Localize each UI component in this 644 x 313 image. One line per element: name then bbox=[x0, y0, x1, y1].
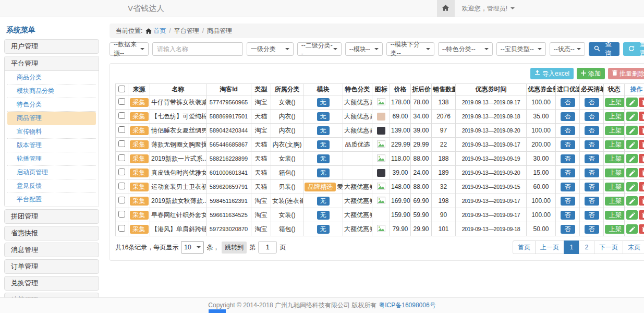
import-select-toggle[interactable]: 否 bbox=[561, 112, 575, 121]
page-button[interactable]: 2 bbox=[579, 240, 594, 254]
breadcrumb-item-platform[interactable]: 平台管理 bbox=[174, 27, 199, 35]
jump-button[interactable]: 跳转到 bbox=[222, 242, 247, 254]
status-badge[interactable]: 上架 bbox=[605, 112, 625, 121]
breadcrumb-home-link[interactable]: 首页 bbox=[145, 27, 166, 35]
import-select-toggle[interactable]: 否 bbox=[561, 154, 575, 163]
edit-button[interactable] bbox=[626, 224, 638, 234]
sidebar-sub-item[interactable]: 商品分类 bbox=[7, 71, 96, 85]
edit-button[interactable] bbox=[626, 182, 638, 191]
edit-button[interactable] bbox=[626, 196, 638, 206]
sidebar-group-platform[interactable]: 平台管理 bbox=[5, 56, 99, 71]
sidebar-group[interactable]: 兑换管理 bbox=[4, 276, 99, 291]
filter-select[interactable]: --数据来源-- bbox=[110, 42, 149, 56]
status-badge[interactable]: 上架 bbox=[605, 211, 625, 220]
must-buy-toggle[interactable]: 否 bbox=[585, 168, 599, 177]
icp-link[interactable]: 粤ICP备16098006号 bbox=[379, 301, 435, 310]
page-button[interactable]: 下一页 bbox=[594, 240, 623, 254]
sidebar-group-users[interactable]: 用户管理 bbox=[4, 39, 99, 54]
sidebar-sub-item[interactable]: 启动页管理 bbox=[7, 166, 96, 179]
jump-page-input[interactable] bbox=[258, 241, 277, 254]
import-select-toggle[interactable]: 否 bbox=[561, 140, 575, 149]
edit-button[interactable] bbox=[626, 126, 638, 135]
sidebar-sub-item[interactable]: 特色分类 bbox=[7, 98, 96, 112]
status-badge[interactable]: 上架 bbox=[605, 225, 625, 234]
must-buy-toggle[interactable]: 否 bbox=[585, 197, 599, 206]
status-badge[interactable]: 上架 bbox=[605, 168, 625, 177]
import-excel-button[interactable]: 导入excel bbox=[530, 68, 574, 79]
import-select-toggle[interactable]: 否 bbox=[561, 225, 575, 234]
sidebar-sub-item[interactable]: 模块商品分类 bbox=[7, 85, 96, 98]
import-select-toggle[interactable]: 否 bbox=[561, 98, 575, 107]
row-checkbox[interactable] bbox=[118, 183, 125, 189]
sidebar-sub-item[interactable]: 商品管理 bbox=[7, 112, 96, 125]
row-checkbox[interactable] bbox=[118, 168, 125, 175]
filter-select[interactable]: --二级分类-- bbox=[297, 42, 342, 56]
row-checkbox[interactable] bbox=[118, 112, 125, 119]
delete-button[interactable] bbox=[639, 182, 644, 191]
page-button[interactable]: 末页 bbox=[623, 240, 644, 254]
add-button[interactable]: 添加 bbox=[577, 68, 605, 79]
sidebar-sub-item[interactable]: 宣传物料 bbox=[7, 125, 96, 139]
page-button[interactable]: 1 bbox=[564, 240, 579, 254]
status-badge[interactable]: 上架 bbox=[605, 98, 625, 107]
must-buy-toggle[interactable]: 否 bbox=[585, 98, 599, 107]
status-badge[interactable]: 上架 bbox=[605, 183, 625, 191]
status-badge[interactable]: 上架 bbox=[605, 197, 625, 206]
delete-button[interactable] bbox=[639, 98, 644, 107]
page-button[interactable]: 首页 bbox=[513, 240, 536, 254]
sidebar-sub-item[interactable]: 轮播管理 bbox=[7, 152, 96, 166]
filter-select[interactable]: --状态-- bbox=[550, 42, 585, 56]
select-all-checkbox[interactable] bbox=[118, 86, 125, 92]
sidebar-group[interactable]: 结算管理 bbox=[4, 293, 99, 297]
page-button[interactable]: 上一页 bbox=[535, 240, 564, 254]
row-checkbox[interactable] bbox=[118, 211, 125, 218]
must-buy-toggle[interactable]: 否 bbox=[585, 154, 599, 163]
import-select-toggle[interactable]: 否 bbox=[561, 211, 575, 220]
user-menu[interactable]: 欢迎您，管理员! bbox=[462, 4, 515, 13]
filter-select[interactable]: --模块-- bbox=[345, 42, 383, 56]
filter-select[interactable]: --宝贝类型-- bbox=[496, 42, 546, 56]
reset-button[interactable]: 重置 bbox=[623, 42, 644, 56]
filter-select[interactable]: --模块下分类-- bbox=[386, 42, 434, 56]
batch-delete-button[interactable]: 批量删除 bbox=[608, 68, 644, 79]
sidebar-group[interactable]: 拼团管理 bbox=[4, 209, 99, 224]
row-checkbox[interactable] bbox=[118, 126, 125, 133]
filter-select[interactable]: --特色分类-- bbox=[438, 42, 493, 56]
page-size-select[interactable]: 10 bbox=[181, 241, 204, 254]
must-buy-toggle[interactable]: 否 bbox=[585, 225, 599, 234]
status-badge[interactable]: 上架 bbox=[605, 126, 625, 135]
delete-button[interactable] bbox=[639, 126, 644, 135]
edit-button[interactable] bbox=[626, 140, 638, 149]
edit-button[interactable] bbox=[626, 154, 638, 163]
import-select-toggle[interactable]: 否 bbox=[561, 168, 575, 177]
must-buy-toggle[interactable]: 否 bbox=[585, 211, 599, 220]
must-buy-toggle[interactable]: 否 bbox=[585, 126, 599, 135]
filter-select[interactable]: 一级分类 bbox=[247, 42, 294, 56]
row-checkbox[interactable] bbox=[118, 98, 125, 105]
must-buy-toggle[interactable]: 否 bbox=[585, 183, 599, 191]
search-button[interactable]: 查询 bbox=[589, 42, 620, 56]
edit-button[interactable] bbox=[626, 168, 638, 177]
import-select-toggle[interactable]: 否 bbox=[561, 197, 575, 206]
row-checkbox[interactable] bbox=[118, 197, 125, 203]
name-search-input[interactable] bbox=[152, 42, 243, 56]
import-select-toggle[interactable]: 否 bbox=[561, 126, 575, 135]
row-checkbox[interactable] bbox=[118, 225, 125, 232]
status-badge[interactable]: 上架 bbox=[605, 140, 625, 149]
must-buy-toggle[interactable]: 否 bbox=[585, 112, 599, 121]
delete-button[interactable] bbox=[639, 154, 644, 163]
edit-button[interactable] bbox=[626, 112, 638, 121]
home-button[interactable] bbox=[437, 0, 455, 17]
delete-button[interactable] bbox=[639, 168, 644, 177]
sidebar-sub-item[interactable]: 版本管理 bbox=[7, 139, 96, 152]
row-checkbox[interactable] bbox=[118, 140, 125, 147]
delete-button[interactable] bbox=[639, 224, 644, 234]
sidebar-group[interactable]: 省惠快报 bbox=[4, 226, 99, 240]
sidebar-group[interactable]: 订单管理 bbox=[4, 259, 99, 274]
status-badge[interactable]: 上架 bbox=[605, 154, 625, 163]
edit-button[interactable] bbox=[626, 210, 638, 220]
sidebar-sub-item[interactable]: 意见反馈 bbox=[7, 179, 96, 193]
delete-button[interactable] bbox=[639, 140, 644, 149]
edit-button[interactable] bbox=[626, 98, 638, 107]
import-select-toggle[interactable]: 否 bbox=[561, 183, 575, 191]
